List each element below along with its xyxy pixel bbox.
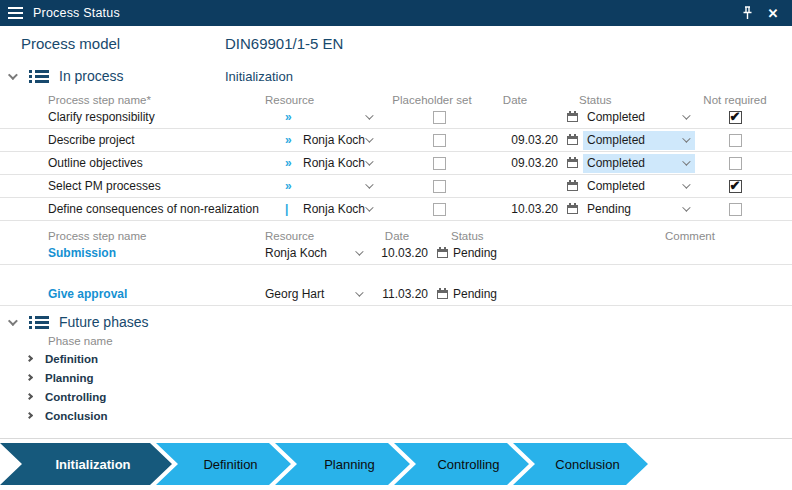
step-name: Clarify responsibility bbox=[40, 110, 285, 124]
process-model-row: Process model DIN69901/1-5 EN bbox=[21, 35, 792, 52]
date-value[interactable]: 10.03.20 bbox=[493, 202, 565, 216]
column-header-step-name: Process step name* bbox=[40, 94, 285, 106]
status-label: Completed bbox=[587, 110, 645, 124]
step-name: Define consequences of non-realization bbox=[40, 202, 285, 216]
column-header-step-name: Process step name bbox=[40, 230, 265, 242]
menu-icon[interactable] bbox=[8, 7, 23, 19]
column-header-date: Date bbox=[479, 94, 551, 106]
step-name: Outline objectives bbox=[40, 156, 285, 170]
phase-flow: Initialization Definition Planning Contr… bbox=[0, 443, 792, 485]
placeholder-checkbox[interactable] bbox=[433, 157, 446, 170]
date-value[interactable]: 11.03.20 bbox=[373, 287, 435, 301]
title-bar: Process Status ✕ bbox=[0, 0, 792, 26]
not-required-checkbox[interactable] bbox=[729, 203, 742, 216]
dropdown-icon[interactable] bbox=[365, 180, 373, 188]
flow-arrow-conclusion[interactable]: Conclusion bbox=[513, 443, 648, 485]
calendar-icon bbox=[567, 205, 578, 214]
resource-marker[interactable]: » bbox=[285, 179, 303, 193]
section-future-phases-header: Future phases bbox=[0, 311, 792, 333]
chevron-right-icon[interactable] bbox=[26, 374, 33, 381]
status-select[interactable]: Completed bbox=[583, 108, 695, 127]
placeholder-checkbox[interactable] bbox=[433, 203, 446, 216]
step-name: Describe project bbox=[40, 133, 285, 147]
chevron-down-icon bbox=[7, 316, 17, 326]
phase-row-controlling[interactable]: Controlling bbox=[0, 387, 792, 406]
collapse-button[interactable] bbox=[0, 73, 22, 80]
approval-row: Submission Ronja Koch 10.03.20 Pending bbox=[0, 242, 792, 265]
pin-button[interactable] bbox=[738, 4, 756, 22]
dropdown-icon[interactable] bbox=[365, 203, 373, 211]
calendar-icon bbox=[437, 249, 448, 258]
status-label: Completed bbox=[587, 179, 645, 193]
resource-select[interactable]: Ronja Koch bbox=[303, 133, 365, 147]
approval-step-link[interactable]: Submission bbox=[40, 246, 265, 260]
status-label: Completed bbox=[587, 133, 645, 147]
flow-arrow-planning[interactable]: Planning bbox=[275, 443, 410, 485]
placeholder-checkbox[interactable] bbox=[433, 180, 446, 193]
resource-marker[interactable]: » bbox=[285, 133, 303, 147]
resource-marker[interactable]: | bbox=[285, 202, 303, 216]
status-select[interactable]: Completed bbox=[583, 131, 695, 150]
step-row: Clarify responsibility » Completed bbox=[0, 106, 792, 129]
chevron-right-icon[interactable] bbox=[26, 393, 33, 400]
phase-label: Definition bbox=[45, 353, 98, 365]
placeholder-checkbox[interactable] bbox=[433, 134, 446, 147]
resource-select[interactable]: Ronja Koch bbox=[303, 202, 365, 216]
section-phase-label: Initialization bbox=[225, 69, 293, 84]
close-button[interactable]: ✕ bbox=[764, 4, 782, 22]
step-row: Select PM processes » Completed bbox=[0, 175, 792, 198]
not-required-checkbox[interactable] bbox=[729, 134, 742, 147]
dropdown-icon[interactable] bbox=[355, 288, 363, 296]
flow-arrow-controlling[interactable]: Controlling bbox=[394, 443, 529, 485]
step-row: Define consequences of non-realization |… bbox=[0, 198, 792, 221]
chevron-right-icon[interactable] bbox=[26, 412, 33, 419]
not-required-checkbox[interactable] bbox=[729, 111, 742, 124]
placeholder-checkbox[interactable] bbox=[433, 111, 446, 124]
status-select[interactable]: Completed bbox=[583, 177, 695, 196]
dropdown-icon[interactable] bbox=[365, 134, 373, 142]
dropdown-icon[interactable] bbox=[365, 111, 373, 119]
dropdown-icon[interactable] bbox=[355, 247, 363, 255]
column-header-comment: Comment bbox=[574, 230, 792, 242]
approval-step-link[interactable]: Give approval bbox=[40, 287, 265, 301]
pin-icon bbox=[741, 6, 754, 20]
date-value[interactable]: 09.03.20 bbox=[493, 133, 565, 147]
date-value[interactable]: 10.03.20 bbox=[373, 246, 435, 260]
resource-select[interactable]: Ronja Koch bbox=[265, 246, 355, 260]
section-in-process-header: In process Initialization bbox=[0, 65, 792, 87]
flow-arrow-definition[interactable]: Definition bbox=[156, 443, 291, 485]
row-gap bbox=[0, 265, 792, 283]
flow-arrow-initialization[interactable]: Initialization bbox=[0, 443, 172, 485]
chevron-down-icon bbox=[7, 70, 17, 80]
status-label: Pending bbox=[587, 202, 631, 216]
dropdown-icon[interactable] bbox=[365, 157, 373, 165]
resource-marker[interactable]: » bbox=[285, 156, 303, 170]
phase-row-conclusion[interactable]: Conclusion bbox=[0, 406, 792, 425]
status-label: Pending bbox=[453, 287, 497, 301]
not-required-checkbox[interactable] bbox=[729, 180, 742, 193]
approval-row: Give approval Georg Hart 11.03.20 Pendin… bbox=[0, 283, 792, 306]
calendar-icon bbox=[567, 136, 578, 145]
status-select[interactable]: Completed bbox=[583, 154, 695, 173]
phase-label: Controlling bbox=[45, 391, 106, 403]
column-header-resource: Resource bbox=[265, 230, 355, 242]
chevron-right-icon[interactable] bbox=[26, 355, 33, 362]
section-title: Future phases bbox=[59, 314, 149, 330]
not-required-checkbox[interactable] bbox=[729, 157, 742, 170]
resource-marker[interactable]: » bbox=[285, 110, 303, 124]
window-title: Process Status bbox=[33, 6, 120, 20]
column-header-placeholder-set: Placeholder set bbox=[378, 94, 486, 106]
status-select[interactable]: Pending bbox=[583, 200, 695, 219]
phase-row-definition[interactable]: Definition bbox=[0, 349, 792, 368]
divider bbox=[0, 438, 792, 439]
resource-select[interactable]: Georg Hart bbox=[265, 287, 355, 301]
phase-label: Planning bbox=[45, 372, 94, 384]
column-header-status: Status bbox=[565, 94, 700, 106]
date-value[interactable]: 09.03.20 bbox=[493, 156, 565, 170]
list-icon bbox=[29, 70, 49, 83]
resource-select[interactable]: Ronja Koch bbox=[303, 156, 365, 170]
collapse-button[interactable] bbox=[0, 319, 22, 326]
phase-row-planning[interactable]: Planning bbox=[0, 368, 792, 387]
approvals-table-header: Process step name Resource Date Status C… bbox=[0, 226, 792, 242]
column-header-status: Status bbox=[435, 230, 560, 242]
